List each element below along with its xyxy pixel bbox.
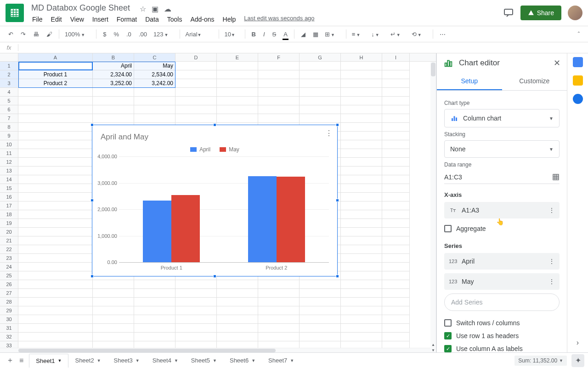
- row-header-32[interactable]: 32: [0, 333, 18, 341]
- cell-A12[interactable]: [18, 158, 93, 167]
- row-header-24[interactable]: 24: [0, 263, 18, 271]
- aggregate-checkbox[interactable]: Aggregate: [444, 222, 560, 235]
- cell-A17[interactable]: [18, 201, 93, 210]
- vertical-align-button[interactable]: ↓▼: [369, 30, 386, 39]
- cell-C28[interactable]: [134, 298, 175, 306]
- cell-I14[interactable]: [382, 175, 410, 184]
- more-icon[interactable]: ⋮: [548, 207, 555, 214]
- cell-I11[interactable]: [382, 149, 410, 158]
- cell-F7[interactable]: [258, 114, 300, 123]
- cell-A20[interactable]: [18, 228, 93, 236]
- cell-A6[interactable]: [18, 105, 93, 114]
- cell-A16[interactable]: [18, 193, 93, 201]
- chart-resize-handle[interactable]: [336, 199, 339, 202]
- cell-F31[interactable]: [258, 324, 300, 333]
- series-chip[interactable]: 123April⋮: [444, 253, 560, 270]
- keep-icon[interactable]: [573, 75, 583, 86]
- stacking-select[interactable]: None▼: [444, 140, 560, 158]
- horizontal-align-button[interactable]: ≡▼: [350, 30, 368, 39]
- row-header-13[interactable]: 13: [0, 167, 18, 175]
- row-header-5[interactable]: 5: [0, 97, 18, 105]
- cell-I10[interactable]: [382, 140, 410, 149]
- data-range-input[interactable]: A1:C3: [444, 173, 552, 181]
- cell-I12[interactable]: [382, 158, 410, 167]
- font-select[interactable]: Arial▼: [184, 30, 215, 39]
- cell-F3[interactable]: [258, 79, 300, 88]
- row-header-1[interactable]: 1: [0, 62, 18, 70]
- cell-C5[interactable]: [134, 97, 175, 105]
- cell-B28[interactable]: [93, 298, 134, 306]
- cell-B30[interactable]: [93, 315, 134, 324]
- cell-I27[interactable]: [382, 289, 410, 298]
- cell-D31[interactable]: [175, 324, 217, 333]
- cell-D27[interactable]: [175, 289, 217, 298]
- row-header-8[interactable]: 8: [0, 123, 18, 132]
- zoom-select[interactable]: 100%▼: [63, 30, 92, 39]
- cell-C30[interactable]: [134, 315, 175, 324]
- all-sheets-button[interactable]: ≡: [17, 354, 26, 368]
- increase-decimal-button[interactable]: .00: [136, 29, 150, 40]
- cell-I9[interactable]: [382, 132, 410, 140]
- cell-C32[interactable]: [134, 333, 175, 341]
- col-header-H[interactable]: H: [341, 53, 382, 61]
- cell-A13[interactable]: [18, 167, 93, 175]
- switch-rows-cols-checkbox[interactable]: Switch rows / columns: [444, 316, 560, 329]
- cell-B32[interactable]: [93, 333, 134, 341]
- chart-resize-handle[interactable]: [90, 199, 94, 202]
- row-header-3[interactable]: 3: [0, 79, 18, 88]
- cell-I17[interactable]: [382, 201, 410, 210]
- cell-H25[interactable]: [341, 271, 382, 280]
- cell-H14[interactable]: [341, 175, 382, 184]
- cell-B1[interactable]: April: [93, 62, 134, 70]
- sheets-logo[interactable]: [6, 4, 24, 22]
- cell-A27[interactable]: [18, 289, 93, 298]
- cell-D6[interactable]: [175, 105, 217, 114]
- star-icon[interactable]: ☆: [140, 5, 146, 13]
- row-header-19[interactable]: 19: [0, 219, 18, 228]
- cell-H20[interactable]: [341, 228, 382, 236]
- add-series-button[interactable]: Add Series: [444, 293, 560, 311]
- row-header-2[interactable]: 2: [0, 70, 18, 79]
- menu-file[interactable]: File: [28, 15, 46, 24]
- row-header-4[interactable]: 4: [0, 88, 18, 97]
- col-header-F[interactable]: F: [258, 53, 300, 61]
- sheet-tab-sheet5[interactable]: Sheet5▼: [185, 354, 223, 368]
- cell-G28[interactable]: [300, 298, 341, 306]
- row-header-20[interactable]: 20: [0, 228, 18, 236]
- cell-I20[interactable]: [382, 228, 410, 236]
- cell-H31[interactable]: [341, 324, 382, 333]
- cell-F32[interactable]: [258, 333, 300, 341]
- cell-B27[interactable]: [93, 289, 134, 298]
- comments-icon[interactable]: [503, 7, 514, 18]
- cell-D4[interactable]: [175, 88, 217, 97]
- use-colA-checkbox[interactable]: ✓Use column A as labels: [444, 342, 560, 352]
- row-header-22[interactable]: 22: [0, 245, 18, 254]
- cell-H22[interactable]: [341, 245, 382, 254]
- cell-D32[interactable]: [175, 333, 217, 341]
- chart-menu-icon[interactable]: ⋮: [325, 129, 333, 138]
- cell-F1[interactable]: [258, 62, 300, 70]
- xaxis-range-chip[interactable]: Tᴛ A1:A3 ⋮: [444, 202, 560, 218]
- chart-resize-handle[interactable]: [213, 275, 216, 278]
- cell-H17[interactable]: [341, 201, 382, 210]
- cell-D3[interactable]: [175, 79, 217, 88]
- vertical-scrollbar[interactable]: ▲ ▼: [430, 62, 436, 352]
- add-sheet-button[interactable]: ＋: [4, 353, 17, 368]
- cell-A29[interactable]: [18, 306, 93, 315]
- row-header-14[interactable]: 14: [0, 175, 18, 184]
- row-header-7[interactable]: 7: [0, 114, 18, 123]
- sheet-tab-sheet1[interactable]: Sheet1▼: [29, 354, 68, 368]
- row-header-18[interactable]: 18: [0, 210, 18, 219]
- sheet-tab-sheet2[interactable]: Sheet2▼: [68, 354, 107, 368]
- cell-F2[interactable]: [258, 70, 300, 79]
- cell-A7[interactable]: [18, 114, 93, 123]
- cell-E31[interactable]: [217, 324, 258, 333]
- cell-A11[interactable]: [18, 149, 93, 158]
- cell-A15[interactable]: [18, 184, 93, 193]
- cell-G29[interactable]: [300, 306, 341, 315]
- cell-H26[interactable]: [341, 280, 382, 289]
- italic-button[interactable]: I: [260, 29, 268, 40]
- cell-D5[interactable]: [175, 97, 217, 105]
- cell-E30[interactable]: [217, 315, 258, 324]
- cell-D7[interactable]: [175, 114, 217, 123]
